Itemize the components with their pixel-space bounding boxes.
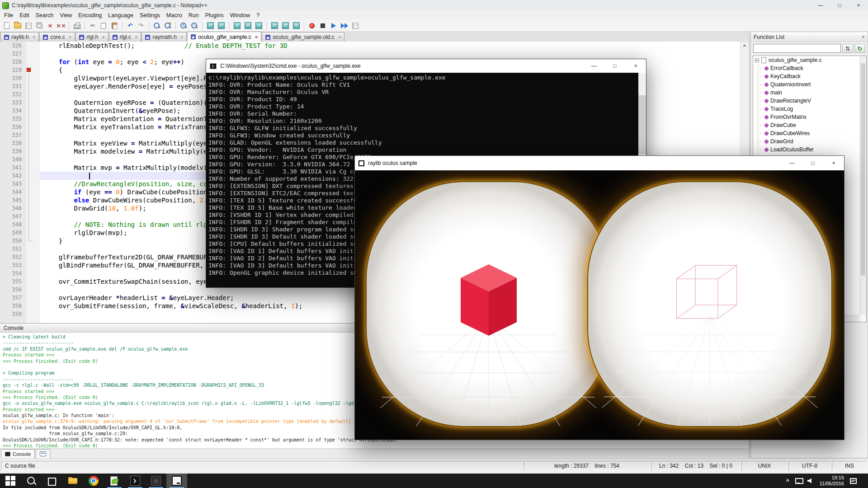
function-list-icon[interactable] [269,21,279,31]
menu-item-encoding[interactable]: Encoding [75,11,105,19]
fold-margin[interactable] [26,302,40,310]
menu-item-macro[interactable]: Macro [163,11,185,19]
fold-margin[interactable] [26,294,40,302]
raylib-close-button[interactable]: × [823,156,844,170]
menu-item-run[interactable]: Run [185,11,202,19]
menu-item-file[interactable]: File [1,11,16,19]
undo-icon[interactable]: ↶ [125,21,135,31]
taskbar-notepad-plus-plus[interactable] [104,474,125,488]
print-icon[interactable] [72,21,82,31]
taskbar-start[interactable] [0,474,21,488]
function-item-DrawCubeWires[interactable]: DrawCubeWires [753,129,866,137]
fold-margin[interactable] [26,42,40,50]
replace-icon[interactable] [163,21,173,31]
fold-margin[interactable] [26,253,40,261]
stop-record-icon[interactable] [318,21,328,31]
menu-item-view[interactable]: View [57,11,75,19]
run-macro-multiple-icon[interactable] [340,21,349,31]
cmd-title-bar[interactable]: C:\Windows\System32\cmd.exe - oculus_glf… [206,59,646,73]
fold-margin[interactable] [26,196,40,204]
tab-raylib.h[interactable]: raylib.h× [0,32,39,42]
action-center-icon[interactable] [850,478,857,484]
fold-margin[interactable] [26,131,40,139]
network-icon[interactable] [795,478,802,483]
find-icon[interactable] [152,21,162,31]
status-eol-format[interactable]: UNIX [741,461,788,471]
fold-margin[interactable] [26,115,40,123]
cmd-close-button[interactable]: × [625,59,646,73]
scroll-up-arrow-icon[interactable] [741,42,749,49]
taskbar-media-app[interactable] [146,474,166,488]
function-list-vscrollbar[interactable] [859,56,866,315]
indent-guide-icon[interactable] [254,21,264,31]
tab-console[interactable]: Console [1,449,35,458]
close-tab-icon[interactable]: × [69,34,71,40]
fold-margin[interactable] [26,139,40,147]
fold-margin[interactable] [26,107,40,115]
close-tab-icon[interactable]: × [180,34,183,40]
copy-icon[interactable] [99,21,108,31]
close-button[interactable]: × [849,0,868,11]
menu-item-settings[interactable]: Settings [137,11,163,19]
close-tab-icon[interactable]: × [102,34,104,40]
raylib-title-bar[interactable]: raylib oculus sample — □ × [355,156,844,170]
tab-rlgl.c[interactable]: rlgl.c× [109,32,142,42]
save-macro-icon[interactable] [350,21,360,31]
fold-margin[interactable] [26,155,40,164]
fold-margin[interactable] [26,261,40,269]
fold-margin[interactable] [26,212,40,221]
menu-item-language[interactable]: Language [105,11,137,19]
close-tab-icon[interactable]: × [33,34,35,40]
cmd-minimize-button[interactable]: — [584,59,604,73]
menu-item-window[interactable]: Window [227,11,253,19]
fold-margin[interactable] [26,164,40,172]
menu-item-edit[interactable]: Edit [16,11,33,19]
function-item-QuaternionInvert[interactable]: QuaternionInvert [753,80,866,89]
close-tab-icon[interactable]: × [255,34,258,40]
menu-item-search[interactable]: Search [33,11,57,19]
fold-margin[interactable] [26,50,40,58]
fold-margin[interactable] [26,147,40,155]
raylib-maximize-button[interactable]: □ [802,156,823,170]
function-item-LoadOculusBuffer[interactable]: LoadOculusBuffer [753,145,866,154]
status-encoding[interactable]: UTF-8 [788,461,831,471]
cut-icon[interactable]: ✂ [88,21,98,31]
maximize-button[interactable]: □ [830,0,849,11]
fold-margin[interactable] [26,172,40,180]
fold-margin[interactable] [26,90,40,99]
cmd-maximize-button[interactable]: □ [604,59,625,73]
function-search-input[interactable] [753,44,841,53]
sync-vertical-icon[interactable] [205,21,215,31]
function-item-ErrorCallback[interactable]: ErrorCallback [753,64,866,72]
fold-margin[interactable] [26,204,40,212]
word-wrap-icon[interactable] [232,21,242,31]
function-item-KeyCallback[interactable]: KeyCallback [753,72,866,80]
save-all-icon[interactable] [34,21,44,31]
close-file-icon[interactable]: × [45,21,55,31]
fold-margin[interactable] [26,66,40,74]
close-all-icon[interactable]: ×× [56,21,66,31]
tab-rlgl.h[interactable]: rlgl.h× [75,32,108,42]
fold-margin[interactable] [26,58,40,66]
redo-icon[interactable]: ↷ [136,21,146,31]
fold-margin[interactable] [26,188,40,196]
close-tab-icon[interactable]: × [338,34,341,40]
editor-line-327[interactable]: 327 [0,50,740,58]
function-file-node[interactable]: oculus_glfw_sample.c [753,56,866,64]
fold-margin[interactable] [26,99,40,107]
fold-margin[interactable] [26,269,40,277]
hidden-icons-chevron-icon[interactable]: ^ [786,478,789,484]
close-tab-icon[interactable]: × [135,34,137,40]
taskbar-search[interactable] [21,474,42,488]
status-insert-mode[interactable]: INS [832,461,867,471]
fold-margin[interactable] [26,221,40,229]
fold-margin[interactable] [26,123,40,131]
tab-oculus_glfw_sample.c[interactable]: oculus_glfw_sample.c× [187,32,261,42]
tab-core.c[interactable]: core.c× [39,32,75,42]
close-function-list-icon[interactable]: × [862,34,865,40]
zoom-out-icon[interactable] [189,21,199,31]
playback-macro-icon[interactable] [329,21,339,31]
cmd-scrollbar-thumb[interactable] [638,95,646,154]
menu-item-plugins[interactable]: Plugins [202,11,227,19]
fold-margin[interactable] [26,82,40,90]
